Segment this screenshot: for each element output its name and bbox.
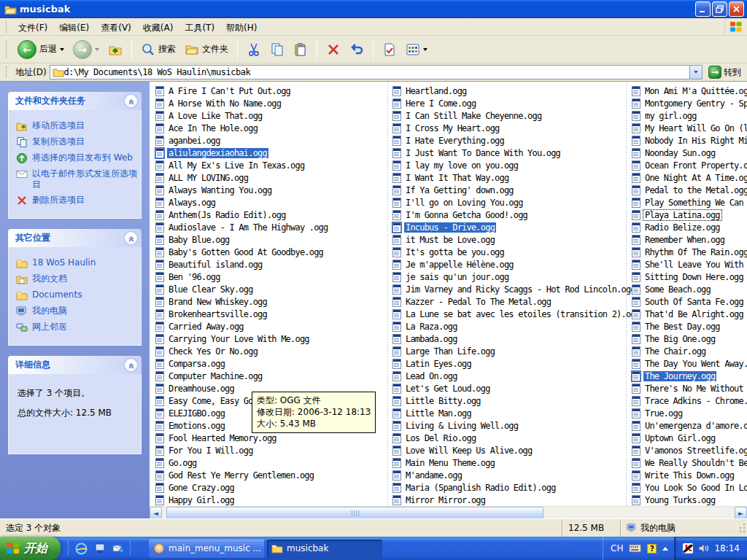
file-item[interactable]: Baby's Gotten Good At Goodbye.ogg: [155, 246, 386, 258]
file-item[interactable]: I'm Gonna Getcha Good!.ogg: [392, 209, 623, 221]
file-item[interactable]: Sitting Down Here.ogg: [632, 271, 747, 283]
close-button[interactable]: [729, 1, 744, 17]
file-item[interactable]: One Night At A Time.ogg: [632, 171, 747, 184]
file-item[interactable]: If Ya Getting' down.ogg: [392, 184, 623, 196]
file-item[interactable]: I'll go on Loving You.ogg: [392, 196, 623, 209]
taskbar-clock[interactable]: 18:14: [714, 543, 740, 553]
file-item[interactable]: The Journey.ogg: [632, 370, 747, 382]
file-item[interactable]: Go.ogg: [155, 456, 386, 469]
file-item[interactable]: Fool Hearted Memory.ogg: [155, 432, 386, 444]
file-item[interactable]: Un'emergenza d'amore.ogg: [632, 419, 747, 432]
file-item[interactable]: Computer Machine.ogg: [155, 370, 386, 382]
file-item[interactable]: Radio Belize.ogg: [632, 221, 747, 233]
file-item[interactable]: Little Bitty.ogg: [392, 394, 623, 407]
task-item[interactable]: 移动所选项目: [16, 120, 138, 132]
file-item[interactable]: Main Menu Theme.ogg: [392, 456, 623, 469]
place-item[interactable]: Documents: [16, 289, 138, 301]
file-item[interactable]: Ben '96.ogg: [155, 271, 386, 283]
file-item[interactable]: ALL MY LOVING.ogg: [155, 171, 386, 184]
file-item[interactable]: Carrying Your Love With Me.ogg: [155, 332, 386, 345]
file-item[interactable]: La Raza.ogg: [392, 320, 623, 332]
menu-item-0[interactable]: 文件(F): [12, 20, 53, 35]
file-item[interactable]: For You I Will.ogg: [155, 444, 386, 456]
file-item[interactable]: M'andame.ogg: [392, 469, 623, 481]
file-item[interactable]: True.ogg: [632, 407, 747, 419]
file-item[interactable]: Remember When.ogg: [632, 233, 747, 246]
file-item[interactable]: All My Ex's Live In Texas.ogg: [155, 159, 386, 171]
menu-item-2[interactable]: 查看(V): [95, 20, 137, 35]
file-item[interactable]: We Really Shouldn't Be D: [632, 456, 747, 469]
views-button[interactable]: [402, 41, 431, 58]
taskbar-task-2[interactable]: musicbak: [267, 540, 382, 558]
file-item[interactable]: Rhythm Of The Rain.ogg: [632, 246, 747, 258]
file-item[interactable]: I Want It That Way.ogg: [392, 171, 623, 184]
file-item[interactable]: The Day You Went Away.og: [632, 357, 747, 370]
file-item[interactable]: Heartland.ogg: [392, 85, 623, 97]
file-item[interactable]: A Fire I Can't Put Out.ogg: [155, 85, 386, 97]
go-button[interactable]: → 转到: [705, 66, 744, 79]
taskbar-task-1[interactable]: main_menu_music ...: [149, 540, 264, 558]
undo-button[interactable]: [346, 41, 368, 58]
other-places-header[interactable]: 其它位置: [8, 229, 142, 247]
file-item[interactable]: Mirror Mirror.ogg: [392, 494, 623, 506]
collapse-chevron-icon[interactable]: [125, 359, 137, 371]
file-item[interactable]: Noonday Sun.ogg: [632, 147, 747, 159]
place-item[interactable]: 我的电脑: [16, 306, 138, 317]
file-item[interactable]: That'd Be Alright.ogg: [632, 308, 747, 320]
outlook-express-icon[interactable]: [112, 542, 124, 555]
ie-icon[interactable]: [75, 542, 88, 555]
address-input[interactable]: d:\My Documents\18 WoS Haulin\musicbak: [50, 65, 703, 79]
collapse-chevron-icon[interactable]: [125, 232, 137, 244]
file-item[interactable]: Brand New Whiskey.ogg: [155, 295, 386, 308]
file-item[interactable]: The Chair.ogg: [632, 345, 747, 357]
file-item[interactable]: Audioslave - I Am The Highway .ogg: [155, 221, 386, 233]
file-item[interactable]: Happy Girl.ogg: [155, 494, 386, 506]
menu-item-4[interactable]: 工具(T): [179, 20, 220, 35]
file-tasks-header[interactable]: 文件和文件夹任务: [8, 92, 142, 110]
place-item[interactable]: 18 WoS Haulin: [16, 257, 138, 269]
file-item[interactable]: La Lune se bat avec les etoiles (transit…: [392, 308, 623, 320]
views-dropdown-icon[interactable]: [423, 48, 427, 51]
file-item[interactable]: It's gotta be you.ogg: [392, 246, 623, 258]
scroll-right-button[interactable]: ►: [735, 507, 747, 519]
back-button[interactable]: ← 后退: [14, 39, 68, 61]
copy-button[interactable]: [266, 41, 288, 58]
file-item[interactable]: I lay my love on you.ogg: [392, 159, 623, 171]
file-item[interactable]: Kazzer - Pedal To The Metal.ogg: [392, 295, 623, 308]
file-item[interactable]: Check Yes Or No.ogg: [155, 345, 386, 357]
file-item[interactable]: Beautiful island.ogg: [155, 258, 386, 271]
file-item[interactable]: You Look So Good In Love: [632, 481, 747, 494]
file-item[interactable]: V'amonos Streetlife.ogg: [632, 444, 747, 456]
file-item[interactable]: A Horse With No Name.ogg: [155, 97, 386, 109]
file-item[interactable]: je sais qu'un jour.ogg: [392, 271, 623, 283]
file-item[interactable]: There's No Me Without Yo: [632, 382, 747, 394]
delete-button[interactable]: [322, 41, 344, 58]
sync-button[interactable]: [379, 41, 400, 58]
file-item[interactable]: Jim Varney and Ricky Scaggs - Hot Rod Li…: [392, 283, 623, 295]
up-button[interactable]: [104, 41, 126, 58]
file-item[interactable]: God Rest Ye Merry Gentlemen.ogg: [155, 469, 386, 481]
file-item[interactable]: Always.ogg: [155, 196, 386, 209]
help-icon[interactable]: ?: [647, 544, 657, 553]
file-item[interactable]: Je m'appelle Hélène.ogg: [392, 258, 623, 271]
menu-item-3[interactable]: 收藏(A): [137, 20, 179, 35]
file-item[interactable]: Let's Get Loud.ogg: [392, 382, 623, 394]
restore-button[interactable]: [712, 1, 727, 17]
file-item[interactable]: Young Turks.ogg: [632, 494, 747, 506]
taskbar-grip[interactable]: [68, 541, 69, 555]
file-item[interactable]: Baby Blue.ogg: [155, 233, 386, 246]
folders-button[interactable]: 文件夹: [181, 41, 232, 58]
search-button[interactable]: 搜索: [137, 41, 179, 58]
file-item[interactable]: I Cross My Heart.ogg: [392, 122, 623, 134]
language-indicator[interactable]: CH: [611, 543, 623, 553]
file-item[interactable]: aganbei.ogg: [155, 134, 386, 147]
file-item[interactable]: The Big One.ogg: [632, 332, 747, 345]
file-item[interactable]: I Hate Everything.ogg: [392, 134, 623, 147]
file-item[interactable]: my girl.ogg: [632, 109, 747, 122]
file-item[interactable]: Incubus - Drive.ogg: [392, 221, 623, 233]
file-item[interactable]: Mon Ami M'a Quittée.ogg: [632, 85, 747, 97]
kaspersky-icon[interactable]: K: [683, 543, 693, 553]
forward-dropdown-icon[interactable]: [95, 48, 99, 51]
horizontal-scrollbar[interactable]: ◄ ►: [150, 506, 747, 518]
details-header[interactable]: 详细信息: [8, 356, 142, 374]
